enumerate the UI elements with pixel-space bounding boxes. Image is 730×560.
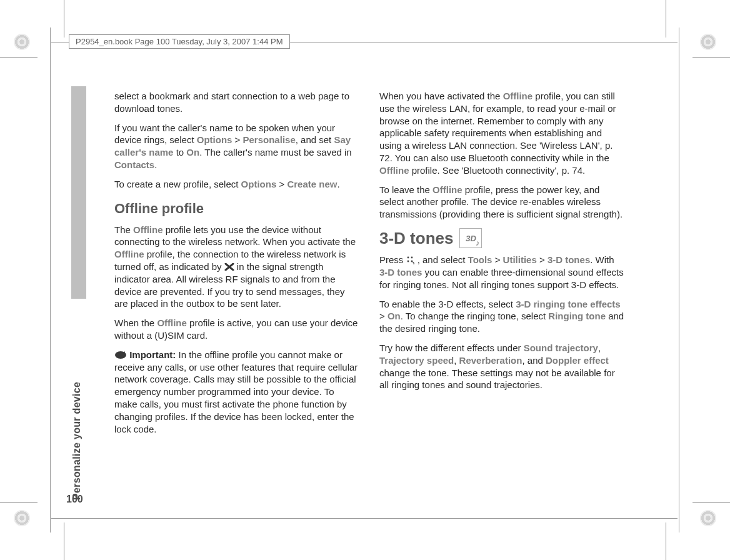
body-text: When you have activated the	[379, 91, 503, 101]
body-text: >	[492, 254, 502, 265]
body-text: , and	[522, 355, 546, 366]
body-text: Press	[379, 254, 406, 265]
ui-term-tools: Tools	[468, 254, 492, 265]
ui-term-3d-tones: 3-D tones	[379, 267, 422, 278]
registration-mark	[700, 34, 716, 50]
ui-term-contacts: Contacts	[114, 159, 154, 170]
body-text: ,	[598, 342, 601, 353]
important-note: Important: In the offline profile you ca…	[114, 349, 359, 436]
body-paragraph: Try how the different effects under Soun…	[379, 342, 624, 391]
heading-text: 3-D tones	[379, 228, 453, 249]
frame-line	[51, 518, 678, 519]
crop-mark	[692, 502, 730, 503]
svg-point-3	[407, 261, 409, 262]
body-text: Try how the different effects under	[379, 342, 524, 353]
ui-term-offline: Offline	[114, 249, 144, 259]
body-text: to	[173, 147, 186, 158]
ui-term-on: On	[388, 311, 401, 321]
body-paragraph: To create a new profile, select Options …	[114, 178, 359, 191]
ui-term-options: Options	[197, 134, 232, 145]
body-text: . The caller's name must be saved in	[199, 147, 352, 158]
frame-line	[679, 28, 679, 532]
ui-term-utilities: Utilities	[503, 254, 537, 265]
ui-term-doppler-effect: Doppler effect	[546, 355, 609, 366]
body-text: >	[276, 179, 287, 189]
ui-term-create-new: Create new	[287, 179, 337, 189]
frame-line	[50, 28, 51, 532]
ui-term-personalise: Personalise	[243, 134, 296, 145]
ui-term-offline: Offline	[503, 91, 533, 101]
body-text: , and set	[296, 134, 334, 145]
body-paragraph: If you want the caller's name to be spok…	[114, 122, 359, 171]
page-body: select a bookmark and start connection t…	[114, 90, 624, 435]
3d-tones-icon: 3D	[459, 228, 482, 248]
svg-point-2	[411, 257, 412, 259]
crop-mark	[666, 0, 666, 38]
svg-point-4	[411, 261, 412, 262]
crop-mark	[64, 522, 64, 560]
heading-3d-tones: 3-D tones 3D	[379, 228, 624, 249]
body-text: To enable the 3-D effects, select	[379, 299, 516, 309]
crop-mark	[64, 0, 64, 38]
body-text: To create a new profile, select	[114, 179, 241, 189]
body-text: To leave the	[379, 184, 432, 195]
crop-mark	[692, 57, 730, 58]
body-text: profile, you can still use the wireless …	[379, 91, 616, 163]
body-paragraph: select a bookmark and start connection t…	[114, 90, 359, 115]
body-text: >	[232, 134, 242, 145]
body-text: profile. See 'Bluetooth connectivity', p…	[409, 165, 586, 176]
ui-term-sound-trajectory: Sound trajectory	[524, 342, 598, 353]
important-label: Important:	[129, 349, 176, 360]
registration-mark	[14, 34, 30, 50]
heading-offline-profile: Offline profile	[114, 199, 359, 218]
ui-term-ringing-tone: Ringing tone	[548, 311, 606, 321]
crop-mark	[666, 522, 666, 560]
body-text: .	[154, 159, 157, 170]
body-text: , and select	[418, 254, 468, 265]
menu-key-icon	[406, 255, 415, 264]
body-text: The	[114, 224, 133, 235]
ui-term-offline: Offline	[432, 184, 462, 195]
running-header: P2954_en.book Page 100 Tuesday, July 3, …	[69, 34, 290, 49]
ui-term-3d-tones: 3-D tones	[548, 254, 590, 265]
body-text: In the offline profile you cannot make o…	[114, 349, 358, 434]
body-text: >	[537, 254, 548, 265]
body-text: change the tone. These settings may not …	[379, 368, 615, 391]
body-paragraph: The Offline profile lets you use the dev…	[114, 224, 359, 311]
no-signal-x-icon	[224, 261, 234, 269]
ui-term-3d-ringing-tone-effects: 3-D ringing tone effects	[516, 299, 621, 309]
body-text: >	[379, 311, 388, 321]
body-text: .	[337, 179, 339, 189]
body-text: . With	[590, 254, 614, 265]
body-paragraph: When the Offline profile is active, you …	[114, 317, 359, 342]
body-paragraph: To leave the Offline profile, press the …	[379, 184, 624, 221]
ui-term-offline: Offline	[379, 165, 409, 176]
body-text: . To change the ringing tone, select	[401, 311, 549, 321]
side-tab-background	[71, 86, 86, 299]
registration-mark	[14, 510, 30, 526]
body-text: ,	[454, 355, 459, 366]
ui-term-options: Options	[241, 179, 277, 189]
ui-term-offline: Offline	[157, 318, 187, 328]
crop-mark	[0, 502, 38, 503]
svg-point-1	[407, 257, 409, 259]
ui-term-offline: Offline	[133, 224, 163, 235]
body-text: When the	[114, 318, 157, 328]
important-icon	[114, 350, 127, 359]
registration-mark	[700, 510, 716, 526]
body-paragraph: Press , and select Tools > Utilities > 3…	[379, 254, 624, 291]
crop-mark	[0, 57, 38, 58]
ui-term-trajectory-speed: Trajectory speed	[379, 355, 454, 366]
page-number: 100	[66, 494, 83, 505]
body-paragraph: To enable the 3-D effects, select 3-D ri…	[379, 298, 624, 335]
body-paragraph: When you have activated the Offline prof…	[379, 90, 624, 177]
ui-term-on: On	[186, 147, 199, 158]
ui-term-reverberation: Reverberation	[459, 355, 522, 366]
